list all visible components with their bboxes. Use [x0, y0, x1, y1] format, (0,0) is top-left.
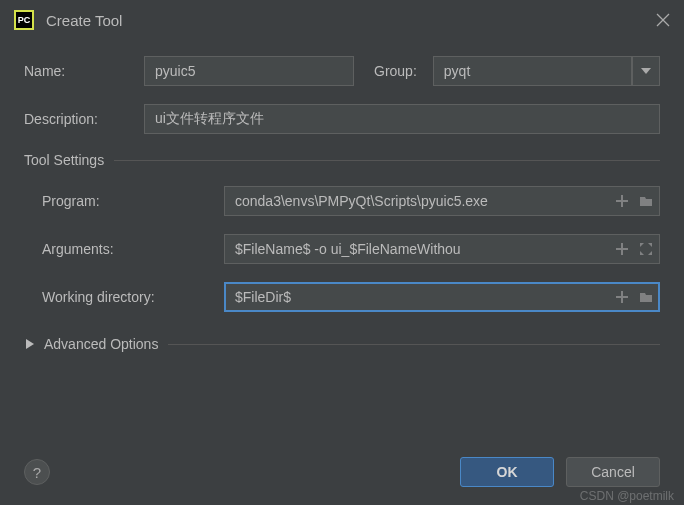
advanced-options-toggle[interactable]: Advanced Options — [24, 336, 660, 352]
program-label: Program: — [42, 193, 224, 209]
working-directory-label: Working directory: — [42, 289, 224, 305]
group-input[interactable] — [433, 56, 632, 86]
pycharm-icon: PC — [14, 10, 34, 30]
cancel-button[interactable]: Cancel — [566, 457, 660, 487]
arguments-input[interactable] — [224, 234, 660, 264]
name-input[interactable] — [144, 56, 354, 86]
description-input[interactable] — [144, 104, 660, 134]
insert-macro-icon[interactable] — [614, 193, 630, 209]
expand-icon[interactable] — [638, 241, 654, 257]
form-body: Name: Group: Description: Tool Settings … — [0, 40, 684, 352]
titlebar: PC Create Tool — [0, 0, 684, 40]
advanced-options-label: Advanced Options — [44, 336, 158, 352]
chevron-right-icon — [26, 339, 34, 349]
arguments-label: Arguments: — [42, 241, 224, 257]
description-label: Description: — [24, 111, 144, 127]
group-dropdown-button[interactable] — [632, 56, 660, 86]
insert-macro-icon[interactable] — [614, 289, 630, 305]
working-directory-input[interactable] — [224, 282, 660, 312]
watermark: CSDN @poetmilk — [580, 489, 674, 503]
name-label: Name: — [24, 63, 144, 79]
chevron-down-icon — [641, 68, 651, 74]
dialog-title: Create Tool — [46, 12, 656, 29]
ok-button[interactable]: OK — [460, 457, 554, 487]
program-input[interactable] — [224, 186, 660, 216]
tool-settings-header: Tool Settings — [24, 152, 660, 168]
browse-folder-icon[interactable] — [638, 193, 654, 209]
group-label: Group: — [374, 63, 417, 79]
browse-folder-icon[interactable] — [638, 289, 654, 305]
insert-macro-icon[interactable] — [614, 241, 630, 257]
close-icon[interactable] — [656, 13, 670, 27]
help-button[interactable]: ? — [24, 459, 50, 485]
